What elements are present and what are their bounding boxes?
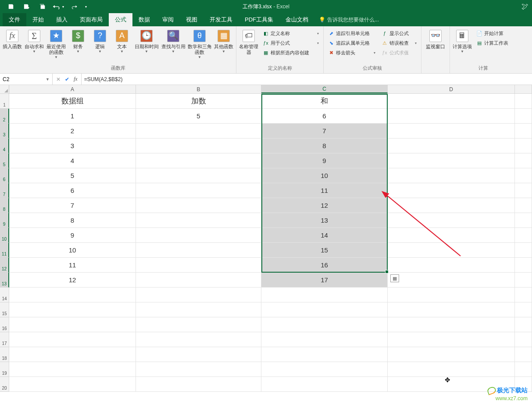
- quick-analysis-button[interactable]: ▦: [390, 274, 399, 282]
- cell[interactable]: [261, 317, 388, 332]
- cell[interactable]: [515, 317, 532, 332]
- cell[interactable]: [9, 362, 136, 377]
- cell[interactable]: [388, 362, 515, 377]
- cell[interactable]: [136, 288, 261, 302]
- qat-customize[interactable]: ▾: [82, 0, 89, 13]
- cell[interactable]: [136, 168, 261, 183]
- row-header[interactable]: 18: [0, 347, 9, 362]
- worksheet[interactable]: A B C D 1数据组加数和2156327438549651076118712…: [0, 85, 532, 405]
- btn-create-from-sel[interactable]: ▦根据所选内容创建: [262, 48, 320, 57]
- cell[interactable]: 4: [9, 153, 136, 168]
- qat-redo[interactable]: [67, 0, 82, 13]
- cell[interactable]: 11: [261, 183, 388, 198]
- cell[interactable]: 5: [136, 109, 261, 124]
- cell[interactable]: [388, 109, 515, 124]
- cell[interactable]: [388, 213, 515, 228]
- cell[interactable]: [388, 94, 515, 109]
- cell[interactable]: [515, 94, 532, 109]
- cell[interactable]: 11: [9, 258, 136, 273]
- cell[interactable]: [261, 347, 388, 362]
- cell[interactable]: [515, 109, 532, 124]
- select-all-corner[interactable]: [0, 85, 9, 93]
- btn-remove-arrows[interactable]: ✖移去箭头▾: [327, 48, 376, 57]
- name-box-dropdown[interactable]: ▼: [43, 77, 52, 82]
- cell[interactable]: [515, 258, 532, 273]
- cell[interactable]: [136, 258, 261, 273]
- row-header[interactable]: 8: [0, 198, 9, 213]
- tab-pdf[interactable]: PDF工具集: [239, 13, 279, 26]
- btn-error-check[interactable]: ⚠错误检查▾: [381, 39, 418, 47]
- row-header[interactable]: 4: [0, 139, 9, 153]
- btn-recent[interactable]: ★最近使用的函数▼: [46, 28, 67, 62]
- cell[interactable]: 16: [261, 258, 388, 273]
- cell[interactable]: 2: [9, 124, 136, 139]
- cell[interactable]: [388, 347, 515, 362]
- cell[interactable]: [9, 377, 136, 392]
- cell[interactable]: [388, 302, 515, 317]
- tab-home[interactable]: 开始: [26, 13, 50, 26]
- cell[interactable]: 9: [9, 228, 136, 243]
- cell[interactable]: 13: [261, 213, 388, 228]
- btn-logical[interactable]: ?逻辑▼: [89, 28, 111, 62]
- cell[interactable]: [9, 288, 136, 302]
- btn-trace-dependents[interactable]: ⬊追踪从属单元格: [327, 39, 376, 47]
- row-header[interactable]: 10: [0, 228, 9, 243]
- cell[interactable]: [388, 288, 515, 302]
- btn-mathtrig[interactable]: θ数学和三角函数▼: [187, 28, 212, 62]
- qat-save-all[interactable]: [35, 0, 50, 13]
- row-header[interactable]: 5: [0, 153, 9, 168]
- cell[interactable]: 6: [261, 109, 388, 124]
- row-header[interactable]: 9: [0, 213, 9, 228]
- col-header-E[interactable]: [515, 85, 532, 93]
- cell[interactable]: [515, 228, 532, 243]
- cell[interactable]: 14: [261, 228, 388, 243]
- cell[interactable]: 17: [261, 273, 388, 288]
- cell[interactable]: 加数: [136, 94, 261, 109]
- row-header[interactable]: 14: [0, 288, 9, 302]
- btn-insert-function[interactable]: fx插入函数: [2, 28, 23, 62]
- cell[interactable]: [136, 213, 261, 228]
- row-header[interactable]: 15: [0, 302, 9, 317]
- btn-lookup[interactable]: 🔍查找与引用▼: [161, 28, 186, 62]
- btn-calc-now[interactable]: 📄开始计算: [475, 29, 513, 38]
- btn-watch-window[interactable]: 👓监视窗口: [423, 28, 448, 62]
- cell[interactable]: [136, 273, 261, 288]
- cell[interactable]: [515, 183, 532, 198]
- cell[interactable]: [261, 288, 388, 302]
- tab-jinshan[interactable]: 金山文档: [279, 13, 314, 26]
- cell[interactable]: [515, 243, 532, 258]
- btn-datetime[interactable]: 🕒日期和时间▼: [133, 28, 160, 62]
- row-header[interactable]: 7: [0, 183, 9, 198]
- cell[interactable]: 6: [9, 183, 136, 198]
- col-header-B[interactable]: B: [136, 85, 261, 93]
- cell[interactable]: [136, 332, 261, 347]
- qat-save[interactable]: [4, 0, 18, 13]
- row-header[interactable]: 19: [0, 362, 9, 377]
- cell[interactable]: 7: [9, 198, 136, 213]
- tell-me[interactable]: 💡告诉我您想要做什么...: [314, 13, 379, 26]
- btn-show-formulas[interactable]: ƒ显示公式: [381, 29, 418, 38]
- cell[interactable]: 和: [261, 94, 388, 109]
- cell[interactable]: 数据组: [9, 94, 136, 109]
- enter-icon[interactable]: ✔: [65, 76, 69, 82]
- cell[interactable]: [136, 302, 261, 317]
- cell[interactable]: 12: [9, 273, 136, 288]
- cell[interactable]: [136, 228, 261, 243]
- cell[interactable]: 1: [9, 109, 136, 124]
- cell[interactable]: [388, 183, 515, 198]
- btn-calc-sheet[interactable]: ▤计算工作表: [475, 39, 513, 47]
- cell[interactable]: 10: [261, 168, 388, 183]
- cell[interactable]: [515, 213, 532, 228]
- cell[interactable]: 8: [9, 213, 136, 228]
- row-header[interactable]: 11: [0, 243, 9, 258]
- cell[interactable]: 7: [261, 124, 388, 139]
- col-header-C[interactable]: C: [261, 85, 388, 93]
- cell[interactable]: 15: [261, 243, 388, 258]
- cell[interactable]: [136, 362, 261, 377]
- cell[interactable]: [136, 183, 261, 198]
- btn-financial[interactable]: $财务▼: [68, 28, 89, 62]
- cell[interactable]: [388, 153, 515, 168]
- btn-autosum[interactable]: Σ自动求和▼: [24, 28, 45, 62]
- cell[interactable]: [515, 347, 532, 362]
- cell[interactable]: [9, 332, 136, 347]
